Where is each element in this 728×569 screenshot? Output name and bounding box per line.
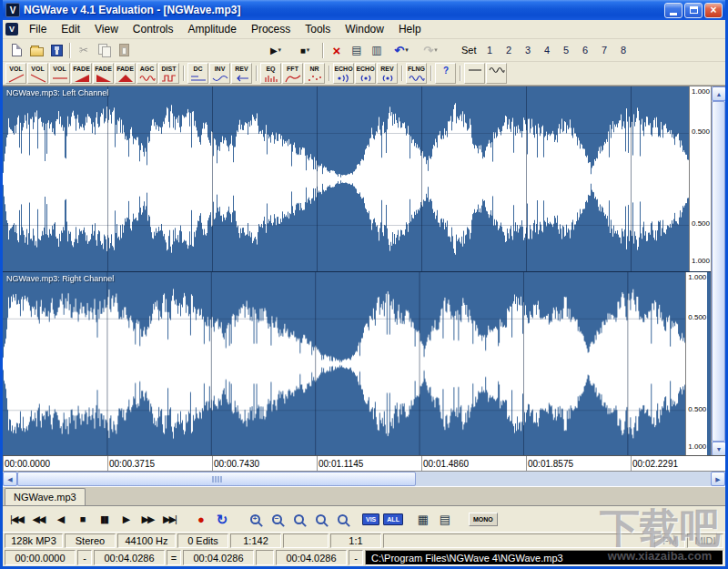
left-amplitude-scale: 1.0000.5000.5001.000 bbox=[689, 86, 711, 271]
menu-bar: V FileEditViewControlsAmplitudeProcessTo… bbox=[3, 20, 725, 39]
stop-button[interactable]: ■ bbox=[71, 509, 93, 529]
eq-red-bars-effect-button[interactable]: EQ bbox=[260, 63, 281, 84]
all-toggle-button[interactable]: ALL bbox=[383, 513, 403, 525]
vol-red-flat-effect-button[interactable]: VOL bbox=[49, 63, 70, 84]
sine-effect-button[interactable] bbox=[486, 63, 507, 84]
vertical-scrollbar[interactable]: ▲ ▼ bbox=[711, 86, 725, 456]
echo-echo-right-effect-button[interactable]: ECHO bbox=[333, 63, 354, 84]
menu-item-process[interactable]: Process bbox=[244, 21, 298, 37]
preset-button-8[interactable]: 8 bbox=[614, 45, 633, 56]
app-logo-icon[interactable]: V bbox=[5, 3, 20, 17]
vertical-scrollbar-thumb[interactable] bbox=[712, 101, 725, 442]
menu-item-edit[interactable]: Edit bbox=[54, 21, 87, 37]
fm-indicator: FM bbox=[654, 533, 685, 548]
record-button[interactable]: ● bbox=[189, 509, 211, 529]
select-view-button[interactable]: ▤ bbox=[347, 41, 367, 60]
close-button[interactable]: × bbox=[704, 3, 723, 18]
scroll-left-button[interactable]: ◀ bbox=[3, 472, 17, 486]
echo-echo-both-effect-button[interactable]: ECHO bbox=[355, 63, 376, 84]
skip-end-button[interactable]: ▶▶| bbox=[158, 509, 180, 529]
cut-button[interactable]: ✂ bbox=[74, 41, 94, 60]
preset-button-2[interactable]: 2 bbox=[500, 45, 519, 56]
menu-item-help[interactable]: Help bbox=[391, 21, 429, 37]
maximize-button[interactable] bbox=[684, 3, 703, 18]
menu-item-tools[interactable]: Tools bbox=[298, 21, 338, 37]
preset-button-4[interactable]: 4 bbox=[538, 45, 557, 56]
dist-red-clip-effect-button[interactable]: DIST bbox=[158, 63, 179, 84]
rev-echo-both-effect-button[interactable]: REV bbox=[377, 63, 398, 84]
document-icon[interactable]: V bbox=[5, 23, 18, 36]
pause-button[interactable]: ▮▮ bbox=[93, 509, 115, 529]
mono-toggle-button[interactable]: MONO bbox=[469, 513, 498, 526]
copy-button[interactable] bbox=[94, 41, 114, 60]
open-file-button[interactable] bbox=[26, 41, 46, 60]
minimize-button[interactable] bbox=[664, 3, 682, 18]
menu-item-window[interactable]: Window bbox=[338, 21, 391, 37]
skip-start-button[interactable]: |◀◀ bbox=[5, 509, 27, 529]
preset-button-1[interactable]: 1 bbox=[480, 45, 500, 56]
down-arrow-icon: ▼ bbox=[716, 446, 723, 452]
horizontal-scrollbar-thumb[interactable] bbox=[17, 472, 416, 486]
fft-red-curve-effect-button[interactable]: FFT bbox=[282, 63, 303, 84]
zoom-in-button[interactable]: + bbox=[244, 509, 266, 529]
play-preview-button[interactable]: ▶ ▾ bbox=[261, 41, 290, 60]
dash-effect-button[interactable] bbox=[464, 63, 485, 84]
nr-red-dots-effect-button[interactable]: NR bbox=[304, 63, 325, 84]
vertical-scrollbar-track[interactable] bbox=[712, 101, 725, 442]
time-tick-label: 00:00.7430 bbox=[214, 459, 259, 469]
vis-toggle-button[interactable]: VIS bbox=[362, 513, 379, 525]
horizontal-scrollbar-track[interactable] bbox=[17, 472, 711, 486]
loop-button[interactable]: ↻ bbox=[211, 509, 233, 529]
rev-blue-rev-effect-button[interactable]: REV bbox=[231, 63, 252, 84]
scroll-right-button[interactable]: ▶ bbox=[711, 472, 725, 486]
zoom-vertical-button[interactable] bbox=[331, 509, 353, 529]
menu-item-controls[interactable]: Controls bbox=[126, 21, 181, 37]
play-button[interactable]: ▶ bbox=[115, 509, 136, 529]
preset-button-5[interactable]: 5 bbox=[557, 45, 576, 56]
tab-ngwave-mp3[interactable]: NGWave.mp3 bbox=[5, 488, 86, 505]
fade-tri-both-effect-button[interactable]: FADE bbox=[115, 63, 136, 84]
title-bar[interactable]: V NGWave v 4.1 Evaluation - [NGWave.mp3]… bbox=[3, 0, 725, 20]
save-file-button[interactable] bbox=[46, 41, 66, 60]
menu-item-file[interactable]: File bbox=[22, 21, 54, 37]
zoom-horizontal-button[interactable] bbox=[309, 509, 331, 529]
effect-label: VOL bbox=[31, 65, 44, 73]
stop-preview-button[interactable]: ■ ▾ bbox=[290, 41, 319, 60]
play-reverse-button[interactable]: ◀ bbox=[49, 509, 71, 529]
rewind-button[interactable]: ◀◀ bbox=[27, 509, 49, 529]
preset-button-6[interactable]: 6 bbox=[576, 45, 595, 56]
dc-blue-line-effect-button[interactable]: DC bbox=[187, 63, 208, 84]
scroll-down-button[interactable]: ▼ bbox=[712, 442, 726, 456]
redo-button[interactable]: ↷ ▾ bbox=[416, 41, 445, 60]
help-effect-button[interactable]: ? bbox=[435, 63, 456, 84]
delete-button[interactable]: × bbox=[327, 41, 347, 60]
fast-forward-button[interactable]: ▶▶ bbox=[136, 509, 158, 529]
inv-blue-flip-effect-button[interactable]: INV bbox=[209, 63, 230, 84]
vol-red-fall-effect-button[interactable]: VOL bbox=[27, 63, 48, 84]
scroll-up-button[interactable]: ▲ bbox=[712, 86, 726, 101]
menu-item-view[interactable]: View bbox=[87, 21, 126, 37]
undo-button[interactable]: ↶ ▾ bbox=[387, 41, 416, 60]
grid-view-button[interactable]: ▦ bbox=[412, 509, 434, 529]
menu-item-amplitude[interactable]: Amplitude bbox=[181, 21, 244, 37]
effect-label: REV bbox=[380, 65, 393, 73]
fade-tri-out-effect-button[interactable]: FADE bbox=[93, 63, 114, 84]
preset-button-7[interactable]: 7 bbox=[595, 45, 614, 56]
preset-button-3[interactable]: 3 bbox=[519, 45, 538, 56]
vol-red-rise-effect-button[interactable]: VOL bbox=[5, 63, 26, 84]
clipboard-view-button[interactable]: ▤ bbox=[434, 509, 456, 529]
flng-blue-wave-effect-button[interactable]: FLNG bbox=[406, 63, 427, 84]
record-icon: ● bbox=[197, 513, 203, 525]
agc-red-wave-effect-button[interactable]: AGC bbox=[136, 63, 157, 84]
new-file-button[interactable] bbox=[6, 41, 26, 60]
horizontal-scrollbar[interactable]: ◀ ▶ bbox=[3, 471, 725, 486]
rewind-icon: ◀◀ bbox=[33, 514, 45, 524]
paste-button[interactable] bbox=[114, 41, 134, 60]
right-channel-waveform[interactable] bbox=[3, 272, 685, 455]
left-channel-waveform[interactable] bbox=[3, 86, 689, 271]
select-all-button[interactable]: ▥ bbox=[367, 41, 387, 60]
zoom-out-button[interactable]: − bbox=[266, 509, 288, 529]
time-ruler[interactable]: 00:00.000000:00.371500:00.743000:01.1145… bbox=[3, 455, 725, 471]
fade-tri-in-effect-button[interactable]: FADE bbox=[71, 63, 92, 84]
zoom-selection-button[interactable] bbox=[288, 509, 309, 529]
